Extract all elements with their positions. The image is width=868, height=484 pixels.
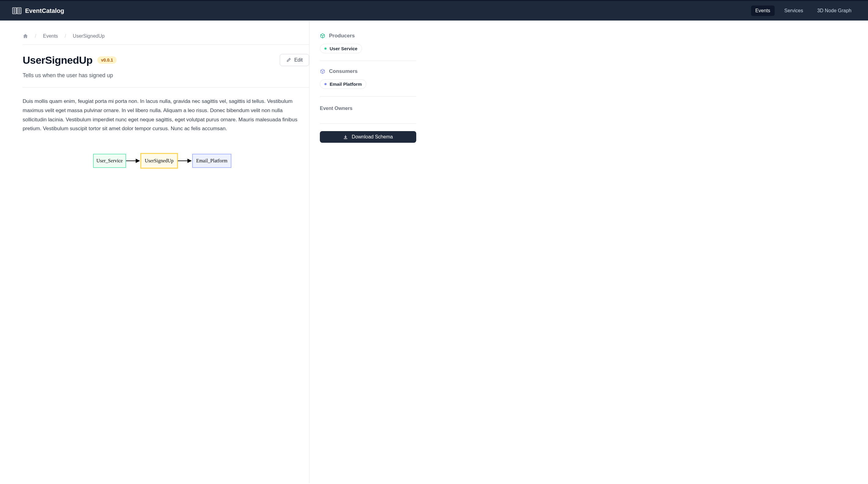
consumers-section: Consumers Email Platform [320,68,416,96]
consumer-chip-label: Email Platform [330,82,362,87]
download-schema-button[interactable]: Download Schema [320,131,416,143]
page-subtitle: Tells us when the user has signed up [23,72,309,88]
brand[interactable]: EventCatalog [12,7,64,15]
download-schema-label: Download Schema [352,134,393,140]
edit-button-label: Edit [294,57,303,63]
producer-chip[interactable]: User Service [320,44,362,53]
dot-icon [324,48,327,50]
svg-rect-0 [12,8,17,14]
primary-nav: Events Services 3D Node Graph [751,5,856,16]
breadcrumb-events[interactable]: Events [43,33,58,39]
top-navbar: EventCatalog Events Services 3D Node Gra… [0,0,868,21]
page-body: Duis mollis quam enim, feugiat porta mi … [23,97,300,133]
event-owners-heading: Event Owners [320,104,416,124]
nav-3d-node-graph[interactable]: 3D Node Graph [813,5,856,16]
edit-button[interactable]: Edit [280,54,309,66]
breadcrumb: / Events / UserSignedUp [23,33,309,45]
producers-heading: Producers [329,33,355,39]
page-title: UserSignedUp [23,54,92,66]
consumer-chip[interactable]: Email Platform [320,79,366,89]
main-content: / Events / UserSignedUp UserSignedUp v0.… [0,21,309,483]
diagram-event-label: UserSignedUp [145,158,174,164]
nav-events[interactable]: Events [751,5,775,16]
breadcrumb-separator: / [35,33,36,39]
home-icon [23,33,28,39]
cube-icon [320,68,326,74]
download-icon [343,135,348,139]
flow-diagram: User_Service UserSignedUp Email_Platform [93,152,309,170]
brand-title: EventCatalog [25,7,64,15]
nav-services[interactable]: Services [780,5,807,16]
breadcrumb-current: UserSignedUp [73,33,105,39]
book-icon [12,7,22,15]
sidebar: Producers User Service Consumers Email P… [309,21,432,483]
cube-icon [320,33,326,38]
dot-icon [324,83,327,85]
svg-rect-1 [17,8,21,14]
producers-section: Producers User Service [320,33,416,61]
diagram-consumer-label: Email_Platform [196,158,228,163]
producer-chip-label: User Service [330,46,358,51]
pencil-icon [286,58,291,62]
breadcrumb-separator: / [65,33,66,39]
diagram-producer-label: User_Service [96,158,123,163]
consumers-heading: Consumers [329,68,358,75]
version-badge: v0.0.1 [97,56,117,64]
breadcrumb-home[interactable] [23,33,28,39]
